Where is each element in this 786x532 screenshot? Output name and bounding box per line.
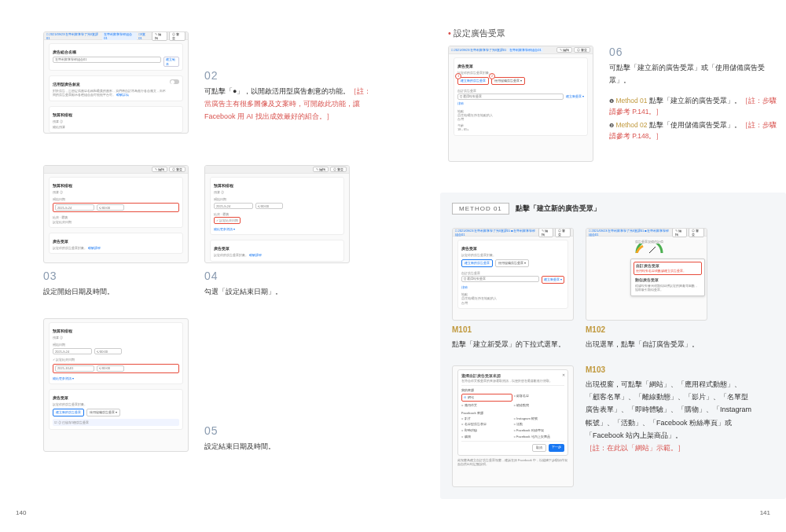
close-icon[interactable]: ✕: [562, 372, 565, 378]
dropdown-menu: 自訂廣告受眾 使用現有名單或數據建立廣告受眾。 類似廣告受眾 根據現有會員或類似…: [630, 259, 705, 296]
create-new-aud-pill[interactable]: 建立新的廣告受眾: [457, 77, 489, 85]
edit-btn[interactable]: ✎ 編輯: [672, 228, 687, 237]
opt-ie[interactable]: ○ 即時體驗: [461, 428, 512, 433]
review-btn[interactable]: ◎ 審查: [330, 167, 347, 172]
opt-shop[interactable]: ○ 購物: [461, 435, 512, 439]
opt-event[interactable]: ○ 活動: [514, 422, 565, 427]
template-btn[interactable]: 建立範本: [163, 57, 179, 67]
label-budget: 預算 ①: [214, 190, 340, 194]
review-btn[interactable]: ◎ 審查: [689, 228, 704, 237]
sched-sub2: 總結預算: [53, 125, 179, 129]
menu-item-lookalike[interactable]: 類似廣告受眾 根據現有會員或類似目標設定的興趣等因數，協助吸引類似受眾。: [634, 277, 702, 293]
step02-text: 可點擊「●」，以開啟活用型廣告創意的功能。［註：當廣告主有很多圖像及文案時，可開…: [204, 85, 373, 123]
end-date-input[interactable]: 2021-10-01: [55, 365, 94, 372]
saved-aud-pill[interactable]: 使用儲備廣告受眾 ▾: [491, 77, 525, 85]
review-btn[interactable]: ◎ 審查: [574, 47, 590, 53]
opt-app[interactable]: ○ 應用作業: [461, 403, 512, 408]
crumb1: □ 2021/09/23在專利家享學了第3堂課01: [451, 48, 506, 52]
loc-val: 台灣: [457, 117, 584, 121]
show-more[interactable]: 總結更多資訊 ▾: [53, 376, 179, 381]
time-input[interactable]: ⏱ 00:00: [97, 204, 124, 211]
review-btn[interactable]: ◎ 審查: [169, 167, 185, 172]
src-input[interactable]: Q 選擇現有受眾: [461, 276, 539, 282]
show-more[interactable]: 總結更多資訊 ▾: [214, 227, 340, 232]
end-time-input[interactable]: ⏱ 00:00: [97, 365, 124, 372]
dynamic-toggle[interactable]: [170, 79, 179, 84]
next-btn[interactable]: 下一步: [549, 444, 564, 452]
label-sched: 預算和排程: [53, 328, 179, 334]
exclude-link[interactable]: 排除: [461, 285, 564, 290]
modal-subtitle: 在符合你業務受眾的來源選取資訊，以便於您在最喜歡進行資取。: [461, 379, 564, 383]
opt-page[interactable]: ○ Facebook 粉絲專頁: [514, 428, 565, 433]
dyn-more[interactable]: 瞭解詳情: [116, 93, 129, 97]
time-input[interactable]: ⏱ 00:00: [94, 348, 122, 354]
edit-btn[interactable]: ✎ 編輯: [556, 47, 572, 53]
src-new-dropdown[interactable]: 建立新受眾 ▾: [542, 276, 564, 284]
opt-web[interactable]: ⊙網站: [461, 394, 512, 402]
saved-aud-btn[interactable]: 使用儲備廣告受眾 ▾: [86, 409, 120, 416]
opt-list[interactable]: ○ 顧客名單: [514, 394, 565, 402]
cancel-btn[interactable]: 取消: [532, 444, 546, 452]
edit-btn[interactable]: ✎ 編輯: [538, 228, 553, 237]
m103-text: 出現視窗，可點擊「網站」、「應用程式動態」、「顧客名單」、「離線動態」、「影片」…: [586, 378, 755, 454]
src-new[interactable]: 建立新受眾 ▾: [566, 94, 584, 100]
label-start: 開始日期: [53, 343, 179, 347]
loc-val: 台灣: [461, 301, 564, 305]
edit-btn[interactable]: ✎ 編輯: [313, 167, 329, 172]
method01-title: 點擊「建立新的廣告受眾」: [516, 204, 601, 214]
create-new-aud-pill[interactable]: 建立新的廣告受眾: [461, 259, 493, 267]
date-input[interactable]: 2021-9-24: [214, 203, 253, 209]
opt-form[interactable]: ○ 名單型廣告表單: [461, 422, 512, 427]
aud-saved-note: ☑ ① 已儲存5個廣告受眾: [53, 419, 179, 426]
m101-label: M101: [452, 325, 472, 334]
date-input[interactable]: 2021-9-24: [55, 204, 94, 211]
crumb2: 在專利家享學程組合01: [102, 32, 137, 40]
group1-label: 我的來源: [461, 388, 564, 392]
time-input[interactable]: ⏱ 00:00: [255, 203, 283, 209]
bullet-1: ❶: [609, 97, 614, 105]
src-input[interactable]: Q 選擇現有受眾: [457, 94, 564, 100]
step06-screenshot: □ 2021/09/23在專利家享學了第3堂課01 在專利家享學程組合01 ✎ …: [448, 46, 593, 162]
group2-label: Facebook 來源: [461, 411, 564, 415]
modal-note: 此視窗為建立自訂廣告受眾視窗，建議在原 Facebook 中，以繼續下步驟操作頁…: [457, 458, 568, 466]
step03-screenshot: ✎ 編輯 ◎ 審查 預算和排程 預算 ① 開始日期 2021-9-24 ⏱ 00…: [43, 165, 189, 263]
crumb: □ 2021/09/23在專利家享學了第3堂課01 ■在專利家享學程組合01: [455, 229, 535, 237]
opt-offline[interactable]: ○ 離線動態: [514, 403, 565, 408]
menu-item-custom[interactable]: 自訂廣告受眾 使用現有名單或數據建立廣告受眾。: [634, 262, 702, 275]
review-btn[interactable]: ◎ 審查: [555, 228, 571, 237]
m103-screenshot: ✕ 選擇自訂廣告受眾來源 在符合你業務受眾的來源選取資訊，以便於您在最喜歡進行資…: [452, 365, 574, 487]
chk-end[interactable]: ✓ 設定結束日期: [53, 358, 179, 361]
aud-more-link[interactable]: 瞭解課程: [88, 246, 101, 250]
aud-sub: 設定你的廣告受眾對象。: [53, 402, 179, 406]
aud-more-link[interactable]: 瞭解課程: [249, 253, 262, 257]
m101-screenshot: □ 2021/09/23在專利家享學了第3堂課01 ■在專利家享學程組合01 ✎…: [452, 228, 574, 321]
chk-end[interactable]: 設定結束日期: [53, 220, 179, 224]
date-input[interactable]: 2021-9-24: [53, 348, 92, 354]
method-text-2: 點擊「使用儲備廣告受眾」。: [649, 121, 741, 129]
review-btn[interactable]: ◎ 審查: [169, 31, 185, 41]
bullet-2: ❷: [609, 121, 614, 130]
opt-ig[interactable]: ○ Instagram 帳號: [514, 416, 565, 421]
step06-methods: ❶ Method 01 點擊「建立新的廣告受眾」。［註：步驟請參考 P.141。…: [609, 93, 778, 141]
label-budget: 預算 ①: [53, 336, 179, 339]
page-number-right: 141: [760, 509, 770, 516]
saved-aud-pill[interactable]: 使用儲備廣告受眾 ▾: [495, 259, 529, 267]
chk-end[interactable]: ✓ 設定結束日期: [214, 217, 241, 224]
label-audience: 廣告受眾: [214, 246, 340, 251]
method01-badge: METHOD 01: [452, 203, 509, 215]
exclude-link[interactable]: 排除: [457, 101, 584, 106]
step02-screenshot: □ 2021/09/23在專利家享學了第3堂課01 在專利家享學程組合01 □3…: [43, 31, 189, 134]
dyn-desc: 對於廣告，當您提供圖單名稱和最美的圖形，我們將自訂符為進行各合應文，向不同的廣告…: [53, 89, 166, 97]
label-sched: 預算和排程: [214, 183, 340, 189]
opt-video[interactable]: ○ 影片: [461, 416, 512, 421]
edit-btn[interactable]: ✎ 編輯: [152, 167, 167, 172]
start-date-row: 2021-9-24 ⏱ 00:00: [53, 203, 179, 212]
step04-number: 04: [204, 270, 219, 282]
method-label-2: Method 02: [615, 121, 647, 129]
create-aud-btn[interactable]: 建立新的廣告受眾: [53, 409, 84, 416]
opt-listing[interactable]: ○ Facebook 站內上架商品: [514, 435, 565, 439]
m103-label: M103: [586, 365, 605, 374]
aud-sub: 設定你的廣告受眾對象。: [53, 246, 87, 250]
adset-name-input[interactable]: 在專利家享學程組合01: [53, 57, 161, 63]
edit-btn[interactable]: ✎ 編輯: [152, 31, 167, 41]
